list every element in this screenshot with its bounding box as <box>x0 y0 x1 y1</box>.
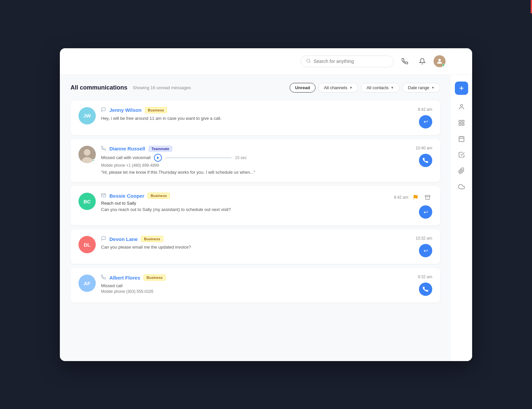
reply-button[interactable]: ↩ <box>419 244 432 257</box>
cloud-icon-btn[interactable] <box>455 180 468 193</box>
reply-button[interactable]: ↩ <box>419 205 432 219</box>
card-message: Can you reach out to Sally (my assistant… <box>101 206 389 213</box>
reply-button[interactable]: ↩ <box>419 115 432 128</box>
page-title: All communications <box>70 84 127 91</box>
card-right: 8:42 am <box>394 193 432 219</box>
message-card: DL Devon Lane Business Can yo <box>70 229 440 264</box>
contact-name[interactable]: Bessie Cooper <box>109 193 144 199</box>
user-avatar[interactable] <box>434 55 446 67</box>
phone-number: Mobile phone (303) 555-0105 <box>101 289 413 294</box>
flag-button[interactable] <box>411 193 420 202</box>
search-icon <box>306 59 311 64</box>
svg-rect-13 <box>459 123 461 125</box>
avatar-initials: AF <box>84 281 90 286</box>
contact-tag: Teammate <box>149 146 173 152</box>
message-list: JW Jenny Wilson Business Hey, <box>70 101 440 303</box>
email-icon <box>101 193 106 199</box>
filter-contacts[interactable]: All contacts ▼ <box>361 83 399 93</box>
filter-buttons: Unread All channels ▼ All contacts ▼ Dat… <box>290 83 440 93</box>
phone-number: Mobile phone +1 (480) 899-4899 <box>101 163 410 168</box>
grid-icon-btn[interactable] <box>455 116 468 129</box>
voicemail-row: Missed call with voicemail 15 sec <box>101 154 410 162</box>
channels-arrow-icon: ▼ <box>349 86 352 90</box>
filter-daterange[interactable]: Date range ▼ <box>402 83 440 93</box>
card-header-row: Bessie Cooper Business <box>101 193 389 199</box>
online-dot <box>92 159 95 162</box>
missed-call-label: Missed call <box>101 283 413 289</box>
reply-icon: ↩ <box>424 248 428 254</box>
avatar-initials: BC <box>83 199 91 204</box>
search-box[interactable] <box>301 56 394 67</box>
avatar: BC <box>78 193 96 210</box>
online-status <box>442 64 445 67</box>
reply-icon: ↩ <box>424 118 428 125</box>
top-bar <box>60 48 472 75</box>
call-button[interactable] <box>419 154 432 167</box>
contact-name[interactable]: Dianne Russell <box>109 146 145 151</box>
audio-duration: 15 sec <box>235 155 247 160</box>
card-header-row: Dianne Russell Teammate <box>101 146 410 152</box>
svg-rect-6 <box>425 195 430 196</box>
svg-rect-15 <box>459 136 464 141</box>
card-header-row: Devon Lane Business <box>101 236 410 242</box>
avatar-initials: DL <box>84 242 90 248</box>
message-card: BC Bessie Cooper Business Rea <box>70 186 440 225</box>
avatar <box>78 146 96 163</box>
message-card: Dianne Russell Teammate Missed call with… <box>70 139 440 182</box>
message-time: 8:42 am <box>394 195 408 200</box>
checklist-icon-btn[interactable] <box>455 148 468 161</box>
filter-channels[interactable]: All channels ▼ <box>318 83 358 93</box>
message-time: 10:32 am <box>416 236 432 241</box>
chat-icon <box>101 107 106 113</box>
avatar-initials: JW <box>83 113 91 118</box>
phone-icon-btn[interactable] <box>399 55 411 67</box>
call-button[interactable] <box>419 283 432 296</box>
message-card: AF Albert Flores Business Mis <box>70 268 440 303</box>
chat-icon <box>101 236 106 242</box>
content-header: All communications Showing 16 unread mes… <box>70 83 440 93</box>
contact-tag: Business <box>148 193 170 199</box>
contact-name[interactable]: Jenny Wilson <box>109 107 142 113</box>
contact-name[interactable]: Devon Lane <box>109 236 138 242</box>
filter-unread[interactable]: Unread <box>290 83 316 93</box>
search-input[interactable] <box>314 59 388 64</box>
notifications-icon-btn[interactable] <box>416 55 428 67</box>
paperclip-icon-btn[interactable] <box>455 164 468 177</box>
card-body: Jenny Wilson Business Hey, i will be fre… <box>101 107 413 122</box>
play-button[interactable] <box>154 154 162 162</box>
card-right: 9:32 am <box>418 275 432 296</box>
svg-rect-14 <box>462 123 464 125</box>
card-header-row: Albert Flores Business <box>101 275 413 281</box>
audio-progress-bar[interactable] <box>165 157 232 158</box>
person-icon-btn[interactable] <box>455 100 468 113</box>
svg-point-0 <box>307 59 310 62</box>
content-area: All communications Showing 16 unread mes… <box>60 75 451 361</box>
archive-button[interactable] <box>423 193 432 202</box>
card-right: 10:32 am ↩ <box>416 236 432 257</box>
card-body: Devon Lane Business Can you please email… <box>101 236 410 251</box>
daterange-arrow-icon: ▼ <box>431 86 435 90</box>
page-subtitle: Showing 16 unread messages <box>133 85 191 90</box>
calendar-icon-btn[interactable] <box>455 132 468 145</box>
contacts-arrow-icon: ▼ <box>391 86 394 90</box>
svg-point-1 <box>438 59 441 61</box>
add-button[interactable] <box>455 82 468 95</box>
message-time: 10:40 am <box>416 146 432 150</box>
card-message: Hey, i will be free around 11 am in case… <box>101 115 413 122</box>
avatar: DL <box>78 236 96 253</box>
message-time: 8:42 am <box>418 107 432 112</box>
sidebar <box>451 75 472 361</box>
card-message: Can you please email me the updated invo… <box>101 244 410 251</box>
card-message: "Hi, please let me know if this Thursday… <box>101 169 410 176</box>
svg-rect-11 <box>459 120 461 122</box>
card-actions-row: 8:42 am <box>394 193 432 202</box>
card-body: Dianne Russell Teammate Missed call with… <box>101 146 410 176</box>
message-card: JW Jenny Wilson Business Hey, <box>70 101 440 135</box>
main-area: All communications Showing 16 unread mes… <box>60 75 472 361</box>
contact-name[interactable]: Albert Flores <box>109 275 140 281</box>
phone-icon <box>101 146 106 152</box>
contact-tag: Business <box>141 236 163 242</box>
contact-tag: Business <box>145 107 167 113</box>
avatar: JW <box>78 107 96 124</box>
card-body: Albert Flores Business Missed call Mobil… <box>101 275 413 295</box>
